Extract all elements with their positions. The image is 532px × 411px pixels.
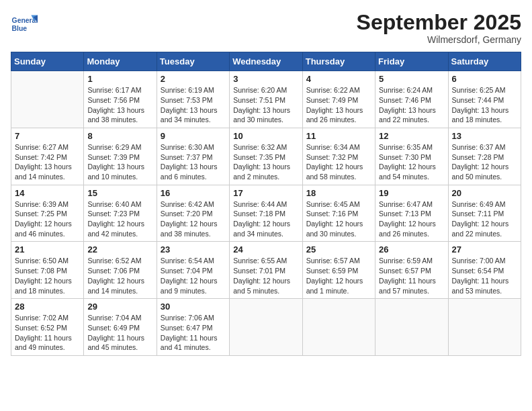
day-info: Sunrise: 6:52 AMSunset: 7:06 PMDaylight:… <box>87 256 152 295</box>
day-number: 20 <box>452 188 517 198</box>
day-number: 8 <box>87 131 152 141</box>
day-cell: 17Sunrise: 6:44 AMSunset: 7:18 PMDayligh… <box>230 185 302 242</box>
day-info: Sunrise: 6:45 AMSunset: 7:16 PMDaylight:… <box>306 199 371 239</box>
day-cell: 8Sunrise: 6:29 AMSunset: 7:39 PMDaylight… <box>84 128 157 185</box>
day-cell <box>11 71 84 128</box>
day-cell: 29Sunrise: 7:04 AMSunset: 6:49 PMDayligh… <box>84 299 157 356</box>
day-info: Sunrise: 6:29 AMSunset: 7:39 PMDaylight:… <box>87 142 152 182</box>
day-cell <box>375 299 448 356</box>
day-number: 22 <box>87 244 152 255</box>
day-info: Sunrise: 6:37 AMSunset: 7:28 PMDaylight:… <box>452 142 517 182</box>
day-cell: 23Sunrise: 6:54 AMSunset: 7:04 PMDayligh… <box>157 242 229 299</box>
day-cell: 3Sunrise: 6:20 AMSunset: 7:51 PMDaylight… <box>230 71 302 128</box>
day-info: Sunrise: 6:32 AMSunset: 7:35 PMDaylight:… <box>233 142 298 182</box>
day-cell: 14Sunrise: 6:39 AMSunset: 7:25 PMDayligh… <box>11 185 84 242</box>
day-number: 4 <box>306 74 371 84</box>
day-info: Sunrise: 6:30 AMSunset: 7:37 PMDaylight:… <box>161 142 226 182</box>
day-info: Sunrise: 6:55 AMSunset: 7:01 PMDaylight:… <box>233 256 298 295</box>
logo: General Blue <box>11 11 40 38</box>
calendar-table: SundayMondayTuesdayWednesdayThursdayFrid… <box>11 52 521 356</box>
day-cell: 7Sunrise: 6:27 AMSunset: 7:42 PMDaylight… <box>11 128 84 185</box>
day-cell: 9Sunrise: 6:30 AMSunset: 7:37 PMDaylight… <box>157 128 229 185</box>
day-cell: 30Sunrise: 7:06 AMSunset: 6:47 PMDayligh… <box>157 299 229 356</box>
day-info: Sunrise: 6:24 AMSunset: 7:46 PMDaylight:… <box>379 85 444 125</box>
day-cell: 25Sunrise: 6:57 AMSunset: 6:59 PMDayligh… <box>302 242 375 299</box>
col-header-tuesday: Tuesday <box>157 52 229 71</box>
day-cell: 4Sunrise: 6:22 AMSunset: 7:49 PMDaylight… <box>302 71 375 128</box>
day-cell: 6Sunrise: 6:25 AMSunset: 7:44 PMDaylight… <box>448 71 521 128</box>
day-cell <box>230 299 302 356</box>
col-header-thursday: Thursday <box>302 52 375 71</box>
day-info: Sunrise: 6:47 AMSunset: 7:13 PMDaylight:… <box>379 199 444 239</box>
week-row-1: 1Sunrise: 6:17 AMSunset: 7:56 PMDaylight… <box>11 71 521 128</box>
location-subtitle: Wilmersdorf, Germany <box>357 34 521 45</box>
day-info: Sunrise: 7:06 AMSunset: 6:47 PMDaylight:… <box>161 313 226 353</box>
day-info: Sunrise: 6:22 AMSunset: 7:49 PMDaylight:… <box>306 85 371 125</box>
day-number: 3 <box>233 74 298 84</box>
day-info: Sunrise: 6:42 AMSunset: 7:20 PMDaylight:… <box>161 199 226 239</box>
day-number: 9 <box>161 131 226 141</box>
col-header-saturday: Saturday <box>448 52 521 71</box>
day-cell <box>302 299 375 356</box>
day-number: 27 <box>452 244 517 255</box>
day-info: Sunrise: 6:20 AMSunset: 7:51 PMDaylight:… <box>233 85 298 125</box>
day-number: 24 <box>233 244 298 255</box>
day-info: Sunrise: 6:27 AMSunset: 7:42 PMDaylight:… <box>15 142 80 182</box>
day-info: Sunrise: 6:54 AMSunset: 7:04 PMDaylight:… <box>161 256 226 295</box>
day-cell: 19Sunrise: 6:47 AMSunset: 7:13 PMDayligh… <box>375 185 448 242</box>
day-number: 16 <box>161 188 226 198</box>
day-number: 23 <box>161 244 226 255</box>
day-cell: 10Sunrise: 6:32 AMSunset: 7:35 PMDayligh… <box>230 128 302 185</box>
day-cell <box>448 299 521 356</box>
day-number: 17 <box>233 188 298 198</box>
day-info: Sunrise: 6:49 AMSunset: 7:11 PMDaylight:… <box>452 199 517 239</box>
week-row-2: 7Sunrise: 6:27 AMSunset: 7:42 PMDaylight… <box>11 128 521 185</box>
day-info: Sunrise: 6:35 AMSunset: 7:30 PMDaylight:… <box>379 142 444 182</box>
day-cell: 22Sunrise: 6:52 AMSunset: 7:06 PMDayligh… <box>84 242 157 299</box>
day-info: Sunrise: 7:00 AMSunset: 6:54 PMDaylight:… <box>452 256 517 295</box>
day-number: 29 <box>87 302 152 312</box>
day-number: 21 <box>15 244 80 255</box>
day-info: Sunrise: 6:59 AMSunset: 6:57 PMDaylight:… <box>379 256 444 295</box>
day-number: 18 <box>306 188 371 198</box>
day-number: 5 <box>379 74 444 84</box>
day-info: Sunrise: 6:19 AMSunset: 7:53 PMDaylight:… <box>161 85 226 125</box>
month-title: September 2025 <box>357 11 521 34</box>
page-header: General Blue September 2025 Wilmersdorf,… <box>11 11 521 45</box>
day-cell: 27Sunrise: 7:00 AMSunset: 6:54 PMDayligh… <box>448 242 521 299</box>
day-number: 12 <box>379 131 444 141</box>
day-number: 28 <box>15 302 80 312</box>
day-info: Sunrise: 6:17 AMSunset: 7:56 PMDaylight:… <box>87 85 152 125</box>
day-cell: 1Sunrise: 6:17 AMSunset: 7:56 PMDaylight… <box>84 71 157 128</box>
day-number: 13 <box>452 131 517 141</box>
day-info: Sunrise: 6:44 AMSunset: 7:18 PMDaylight:… <box>233 199 298 239</box>
day-cell: 12Sunrise: 6:35 AMSunset: 7:30 PMDayligh… <box>375 128 448 185</box>
title-block: September 2025 Wilmersdorf, Germany <box>357 11 521 45</box>
day-cell: 28Sunrise: 7:02 AMSunset: 6:52 PMDayligh… <box>11 299 84 356</box>
day-info: Sunrise: 7:02 AMSunset: 6:52 PMDaylight:… <box>15 313 80 353</box>
col-header-friday: Friday <box>375 52 448 71</box>
day-info: Sunrise: 6:39 AMSunset: 7:25 PMDaylight:… <box>15 199 80 239</box>
svg-text:Blue: Blue <box>12 25 28 32</box>
day-cell: 16Sunrise: 6:42 AMSunset: 7:20 PMDayligh… <box>157 185 229 242</box>
day-number: 6 <box>452 74 517 84</box>
day-info: Sunrise: 6:25 AMSunset: 7:44 PMDaylight:… <box>452 85 517 125</box>
day-cell: 18Sunrise: 6:45 AMSunset: 7:16 PMDayligh… <box>302 185 375 242</box>
day-cell: 11Sunrise: 6:34 AMSunset: 7:32 PMDayligh… <box>302 128 375 185</box>
day-cell: 15Sunrise: 6:40 AMSunset: 7:23 PMDayligh… <box>84 185 157 242</box>
day-cell: 2Sunrise: 6:19 AMSunset: 7:53 PMDaylight… <box>157 71 229 128</box>
col-header-sunday: Sunday <box>11 52 84 71</box>
day-cell: 24Sunrise: 6:55 AMSunset: 7:01 PMDayligh… <box>230 242 302 299</box>
day-cell: 20Sunrise: 6:49 AMSunset: 7:11 PMDayligh… <box>448 185 521 242</box>
day-number: 19 <box>379 188 444 198</box>
day-number: 14 <box>15 188 80 198</box>
day-number: 10 <box>233 131 298 141</box>
day-cell: 13Sunrise: 6:37 AMSunset: 7:28 PMDayligh… <box>448 128 521 185</box>
week-row-3: 14Sunrise: 6:39 AMSunset: 7:25 PMDayligh… <box>11 185 521 242</box>
week-row-4: 21Sunrise: 6:50 AMSunset: 7:08 PMDayligh… <box>11 242 521 299</box>
day-info: Sunrise: 6:50 AMSunset: 7:08 PMDaylight:… <box>15 256 80 295</box>
col-header-monday: Monday <box>84 52 157 71</box>
day-number: 30 <box>161 302 226 312</box>
day-info: Sunrise: 7:04 AMSunset: 6:49 PMDaylight:… <box>87 313 152 353</box>
day-info: Sunrise: 6:34 AMSunset: 7:32 PMDaylight:… <box>306 142 371 182</box>
